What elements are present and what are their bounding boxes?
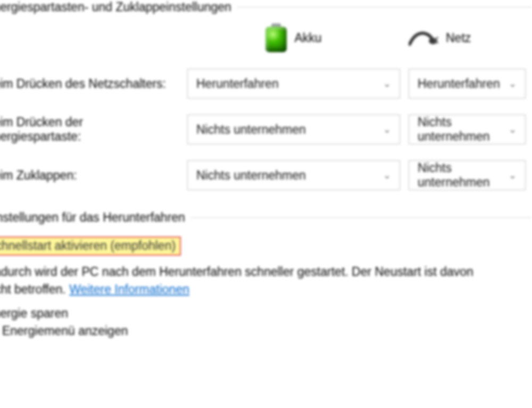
checkbox-fast-startup[interactable]: Schnellstart aktivieren (empfohlen) [0, 236, 181, 256]
row-lid-close: Beim Zuklappen: Nichts unternehmen ⌄ Nic… [0, 159, 532, 191]
column-battery-label: Akku [294, 31, 321, 45]
row-sleep-button-label: Beim Drücken der Energiespartaste: [0, 115, 177, 144]
battery-icon [265, 23, 287, 52]
section-power-buttons-title: Energiespartasten- und Zuklappeinstellun… [0, 0, 231, 14]
chevron-down-icon: ⌄ [383, 78, 391, 89]
checkbox-fast-startup-label: Schnellstart aktivieren (empfohlen) [0, 239, 176, 252]
section-power-buttons-header: Energiespartasten- und Zuklappeinstellun… [0, 0, 532, 14]
desc-line-1: Dadurch wird der PC nach dem Herunterfah… [0, 265, 473, 279]
dropdown-sleep-button-plugged[interactable]: Nichts unternehmen ⌄ [409, 115, 526, 144]
dropdown-power-button-plugged[interactable]: Herunterfahren ⌄ [409, 69, 526, 99]
hibernate-description: Im Energiemenü anzeigen [0, 324, 532, 338]
row-lid-close-label: Beim Zuklappen: [0, 168, 77, 183]
dropdown-value: Herunterfahren [196, 77, 279, 91]
link-more-info[interactable]: Weitere Informationen [69, 282, 189, 296]
fast-startup-description: Dadurch wird der PC nach dem Herunterfah… [0, 263, 532, 299]
dropdown-value: Nichts unternehmen [418, 115, 509, 144]
row-power-button: Beim Drücken des Netzschalters: Herunter… [0, 68, 532, 100]
dropdown-sleep-button-battery[interactable]: Nichts unternehmen ⌄ [187, 115, 400, 144]
section-shutdown-title: Einstellungen für das Herunterfahren [0, 210, 185, 225]
dropdown-value: Nichts unternehmen [196, 168, 306, 183]
column-plugged-label: Netz [446, 31, 471, 45]
dropdown-power-button-battery[interactable]: Herunterfahren ⌄ [187, 69, 400, 99]
checkbox-hibernate[interactable]: Energie sparen [0, 306, 532, 321]
chevron-down-icon: ⌄ [509, 78, 517, 89]
divider [190, 217, 532, 218]
hibernate-description-text: Im Energiemenü anzeigen [0, 324, 128, 338]
column-battery-header: Akku [187, 23, 400, 53]
section-shutdown-header: Einstellungen für das Herunterfahren [0, 210, 532, 225]
dropdown-value: Nichts unternehmen [196, 123, 306, 137]
chevron-down-icon: ⌄ [383, 169, 391, 181]
dropdown-value: Herunterfahren [418, 77, 500, 91]
chevron-down-icon: ⌄ [509, 124, 517, 135]
dropdown-lid-close-plugged[interactable]: Nichts unternehmen ⌄ [409, 160, 526, 190]
checkbox-hibernate-label: Energie sparen [0, 306, 68, 320]
dropdown-lid-close-battery[interactable]: Nichts unternehmen ⌄ [187, 160, 400, 190]
svg-line-1 [435, 37, 438, 39]
row-sleep-button: Beim Drücken der Energiespartaste: Nicht… [0, 115, 532, 144]
plug-icon [409, 28, 438, 47]
column-plugged-header: Netz [409, 23, 526, 53]
dropdown-value: Nichts unternehmen [418, 161, 509, 190]
row-power-button-label: Beim Drücken des Netzschalters: [0, 77, 166, 91]
desc-line-2-prefix: nicht betroffen. [0, 282, 69, 296]
divider [237, 7, 532, 7]
chevron-down-icon: ⌄ [383, 124, 391, 135]
chevron-down-icon: ⌄ [509, 169, 517, 181]
